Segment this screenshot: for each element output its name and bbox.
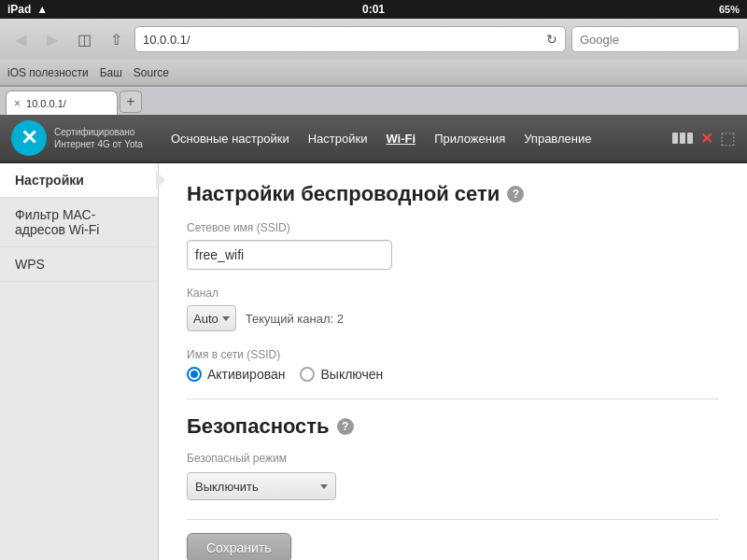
wifi-title-text: Настройки беспроводной сети <box>187 182 500 206</box>
nav-management[interactable]: Управление <box>514 114 600 162</box>
ssid-broadcast-label: Имя в сети (SSID) <box>187 348 719 361</box>
page: ✕ СертифицированоИнтернет 4G от Yota Осн… <box>0 115 747 560</box>
security-section-title: Безопасность ? <box>187 414 719 439</box>
nav-apps[interactable]: Приложения <box>425 114 514 162</box>
radio-active-label: Активирован <box>207 367 285 382</box>
security-mode-label: Безопасный режим <box>187 452 719 465</box>
router-nav: Основные настройки Настройки Wi-Fi Прило… <box>162 114 672 162</box>
device-label: iPad <box>7 3 31 16</box>
browser-toolbar: ◀ ▶ ◫ ⇧ ↻ <box>0 19 747 60</box>
header-icons: ✕ ⬚ <box>672 128 736 148</box>
url-input[interactable] <box>143 33 543 47</box>
nav-basic-settings[interactable]: Основные настройки <box>162 114 299 162</box>
security-title-text: Безопасность <box>187 414 330 439</box>
forward-button[interactable]: ▶ <box>39 26 65 52</box>
nav-settings[interactable]: Настройки <box>299 114 377 162</box>
channel-select[interactable]: Auto <box>187 305 236 331</box>
channel-select-wrapper: Auto Текущий канал: 2 <box>187 305 719 331</box>
radio-active-circle <box>187 367 202 382</box>
save-button[interactable]: Сохранить <box>187 533 291 560</box>
radio-inactive-circle <box>300 367 315 382</box>
radio-active[interactable]: Активирован <box>187 367 285 382</box>
yota-logo: ✕ <box>11 120 47 156</box>
battery-seg-3 <box>687 133 693 144</box>
bookmark-bash[interactable]: Баш <box>100 66 122 79</box>
radio-inactive[interactable]: Выключен <box>300 367 383 382</box>
radio-inactive-label: Выключен <box>320 367 383 382</box>
wifi-icon: ▲ <box>36 3 48 16</box>
bookmark-button[interactable]: ◫ <box>71 26 97 52</box>
share-button[interactable]: ⇧ <box>103 26 129 52</box>
sidebar-item-mac-filter[interactable]: Фильтр МАС-адресов Wi-Fi <box>0 198 158 247</box>
tab-title: 10.0.0.1/ <box>26 98 109 109</box>
battery-bar-icon <box>672 133 693 144</box>
tab-bar: × 10.0.0.1/ + <box>0 87 747 115</box>
wifi-section-title: Настройки беспроводной сети ? <box>187 182 719 206</box>
signal-x-icon: ✕ <box>700 130 712 147</box>
active-tab[interactable]: × 10.0.0.1/ <box>6 91 118 115</box>
channel-info: Текущий канал: 2 <box>246 312 344 326</box>
ssid-field-group: Сетевое имя (SSID) <box>187 221 719 270</box>
section-divider <box>187 399 719 399</box>
exit-icon[interactable]: ⬚ <box>720 128 736 148</box>
channel-select-value: Auto <box>193 312 218 326</box>
sidebar: Настройки Фильтр МАС-адресов Wi-Fi WPS <box>0 163 159 560</box>
router-header: ✕ СертифицированоИнтернет 4G от Yota Осн… <box>0 115 747 163</box>
battery-label: 65% <box>719 4 740 15</box>
wifi-help-icon[interactable]: ? <box>507 186 524 203</box>
status-bar: iPad ▲ 0:01 65% <box>0 0 747 19</box>
security-select-value: Выключить <box>195 480 313 494</box>
bookmarks-bar: iOS полезности Баш Source <box>0 60 747 86</box>
security-select-arrow <box>320 484 328 489</box>
status-right: 65% <box>719 4 740 15</box>
radio-group: Активирован Выключен <box>187 367 719 382</box>
security-help-icon[interactable]: ? <box>337 418 354 435</box>
browser-chrome: ◀ ▶ ◫ ⇧ ↻ iOS полезности Баш Source <box>0 19 747 87</box>
bookmark-ios[interactable]: iOS полезности <box>7 66 89 79</box>
yota-tagline: СертифицированоИнтернет 4G от Yota <box>54 126 143 150</box>
bottom-divider <box>187 519 719 520</box>
new-tab-button[interactable]: + <box>120 91 142 113</box>
back-button[interactable]: ◀ <box>7 26 34 52</box>
search-bar[interactable] <box>571 26 740 52</box>
url-bar[interactable]: ↻ <box>134 26 566 52</box>
content-area: Настройки беспроводной сети ? Сетевое им… <box>159 163 747 560</box>
security-mode-group: Безопасный режим Выключить <box>187 452 719 500</box>
nav-wifi[interactable]: Wi-Fi <box>376 114 425 162</box>
sidebar-item-wps[interactable]: WPS <box>0 247 158 282</box>
security-select[interactable]: Выключить <box>187 472 336 500</box>
status-left: iPad ▲ <box>7 3 48 16</box>
battery-seg-1 <box>672 133 678 144</box>
search-input[interactable] <box>580 33 731 47</box>
channel-select-arrow <box>222 316 230 321</box>
ssid-label: Сетевое имя (SSID) <box>187 221 719 234</box>
channel-label: Канал <box>187 287 719 300</box>
ssid-input[interactable] <box>187 240 392 270</box>
main-layout: Настройки Фильтр МАС-адресов Wi-Fi WPS Н… <box>0 163 747 560</box>
refresh-button[interactable]: ↻ <box>546 32 557 47</box>
channel-field-group: Канал Auto Текущий канал: 2 <box>187 287 719 331</box>
bookmark-source[interactable]: Source <box>134 66 169 79</box>
sidebar-item-settings[interactable]: Настройки <box>0 163 158 198</box>
status-time: 0:01 <box>362 3 385 16</box>
tab-close[interactable]: × <box>14 97 21 110</box>
battery-seg-2 <box>680 133 685 144</box>
ssid-broadcast-group: Имя в сети (SSID) Активирован Выключен <box>187 348 719 382</box>
